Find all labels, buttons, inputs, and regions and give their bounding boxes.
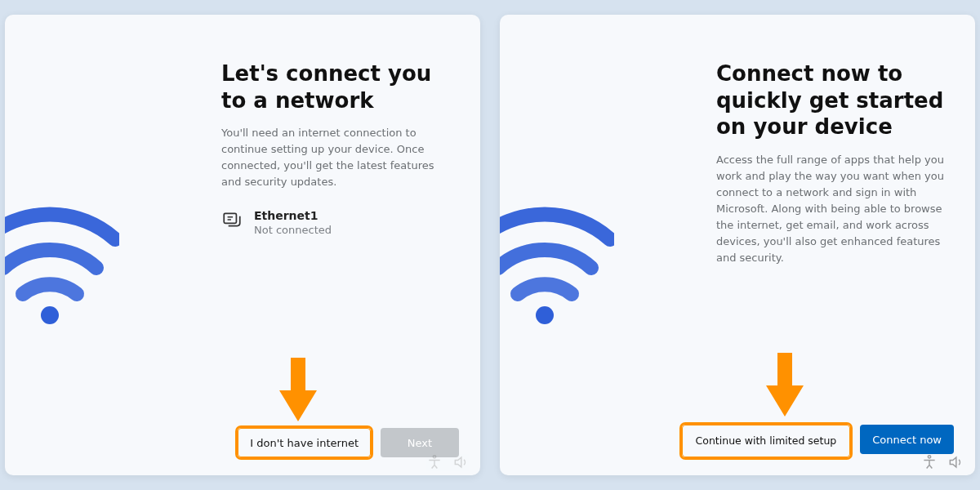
ethernet-item[interactable]: Ethernet1 Not connected: [221, 209, 456, 236]
taskbar-tray: [921, 454, 964, 474]
connect-now-button[interactable]: Connect now: [860, 425, 954, 454]
svg-point-2: [433, 456, 435, 458]
accessibility-icon[interactable]: [426, 454, 443, 474]
annotation-arrow-icon: [766, 353, 804, 416]
oobe-connect-now-panel: Connect now to quickly get started on yo…: [500, 15, 975, 475]
volume-icon[interactable]: [947, 454, 964, 474]
wifi-illustration-icon: [5, 203, 119, 328]
annotation-arrow-icon: [279, 358, 317, 421]
svg-point-0: [41, 306, 59, 324]
no-internet-button[interactable]: I don't have internet: [238, 428, 371, 457]
svg-point-4: [928, 456, 930, 458]
page-title: Let's connect you to a network: [221, 60, 456, 114]
page-description: You'll need an internet connection to co…: [221, 125, 456, 191]
volume-icon[interactable]: [452, 454, 469, 474]
taskbar-tray: [426, 454, 469, 474]
oobe-network-panel: Let's connect you to a network You'll ne…: [5, 15, 480, 475]
ethernet-icon: [221, 209, 243, 234]
button-label: Continue with limited setup: [696, 435, 837, 447]
ethernet-status: Not connected: [254, 224, 332, 236]
accessibility-icon[interactable]: [921, 454, 938, 474]
svg-point-3: [536, 306, 554, 324]
ethernet-name: Ethernet1: [254, 209, 332, 222]
svg-rect-1: [224, 213, 236, 223]
wifi-illustration-icon: [500, 203, 614, 328]
page-title: Connect now to quickly get started on yo…: [716, 60, 951, 140]
page-description: Access the full range of apps that help …: [716, 152, 951, 267]
continue-limited-setup-button[interactable]: Continue with limited setup: [682, 425, 851, 457]
next-button[interactable]: Next: [381, 428, 459, 457]
